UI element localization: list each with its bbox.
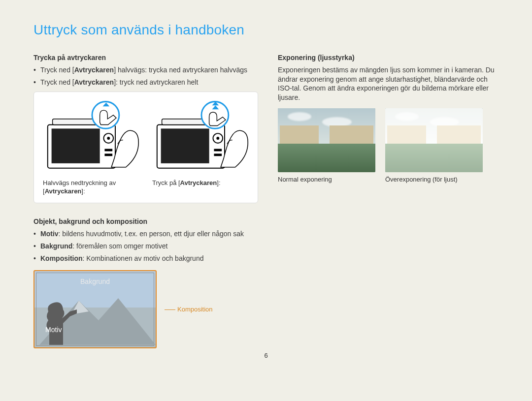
bullets-composition: Motiv: bildens huvudmotiv, t.ex. en pers… — [33, 229, 258, 263]
photo-caption-normal: Normal exponering — [278, 175, 375, 184]
composition-figure: Bakgrund Motiv Komposition — [33, 270, 258, 348]
photo-over-exposure — [385, 108, 483, 172]
section-heading-shutter: Trycka på avtryckaren — [33, 53, 258, 62]
bullet-pre: Tryck ned [ — [40, 66, 74, 74]
page-title: Uttryck som används i handboken — [33, 21, 499, 39]
section-heading-composition: Objekt, bakgrund och komposition — [33, 217, 258, 226]
exposure-photos: Normal exponering Överexponering (för lj… — [278, 108, 499, 184]
svg-rect-4 — [104, 149, 112, 152]
figure-shutter: Halvvägs nedtryckning av [Avtryckaren]: — [33, 92, 258, 203]
figure-caption-half: Halvvägs nedtryckning av [Avtryckaren]: — [43, 179, 139, 196]
svg-point-3 — [107, 137, 110, 140]
svg-rect-1 — [52, 129, 100, 164]
bullet-item: Motiv: bildens huvudmotiv, t.ex. en pers… — [33, 229, 258, 239]
section-heading-exposure: Exponering (ljusstyrka) — [278, 53, 499, 62]
photo-panel-over: Överexponering (för ljust) — [385, 108, 483, 184]
camera-half-press-icon — [43, 100, 139, 174]
bullet-post: ]: tryck ned avtryckaren helt — [114, 78, 198, 86]
photo-normal-exposure — [278, 108, 375, 172]
page-number: 6 — [33, 351, 499, 360]
bullet-item: Bakgrund: föremålen som omger motivet — [33, 242, 258, 251]
figure-panel-full-press: Tryck på [Avtryckaren]: — [152, 100, 249, 196]
left-column: Trycka på avtryckaren Tryck ned [Avtryck… — [33, 53, 258, 348]
leader-line-icon — [165, 309, 175, 310]
svg-rect-14 — [214, 149, 222, 152]
label-komposition: Komposition — [177, 306, 213, 313]
composition-side-label: Komposition — [165, 305, 213, 314]
svg-rect-15 — [214, 154, 222, 156]
figure-panel-half-press: Halvvägs nedtryckning av [Avtryckaren]: — [43, 100, 139, 196]
right-column: Exponering (ljusstyrka) Exponeringen bes… — [278, 53, 499, 348]
bullet-item: Tryck ned [Avtryckaren]: tryck ned avtry… — [33, 78, 258, 87]
svg-point-13 — [216, 137, 219, 140]
bullet-strong: Avtryckaren — [74, 66, 114, 74]
figure-caption-full: Tryck på [Avtryckaren]: — [152, 179, 249, 187]
svg-rect-5 — [104, 154, 112, 156]
label-bakgrund: Bakgrund — [34, 277, 156, 286]
svg-rect-11 — [161, 129, 209, 164]
photo-caption-over: Överexponering (för ljust) — [385, 175, 483, 184]
label-motiv: Motiv — [45, 325, 62, 335]
bullet-post: ] halvvägs: trycka ned avtryckaren halvv… — [114, 66, 247, 74]
composition-frame: Bakgrund Motiv — [33, 270, 157, 348]
camera-full-press-icon — [152, 100, 249, 174]
bullet-item: Komposition: Kombinationen av motiv och … — [33, 254, 258, 263]
exposure-paragraph: Exponeringen bestäms av mängden ljus som… — [278, 65, 499, 103]
bullet-strong: Avtryckaren — [74, 78, 114, 86]
bullet-item: Tryck ned [Avtryckaren] halvvägs: trycka… — [33, 65, 258, 75]
bullets-shutter: Tryck ned [Avtryckaren] halvvägs: trycka… — [33, 65, 258, 87]
photo-panel-normal: Normal exponering — [278, 108, 375, 184]
bullet-pre: Tryck ned [ — [40, 78, 74, 86]
